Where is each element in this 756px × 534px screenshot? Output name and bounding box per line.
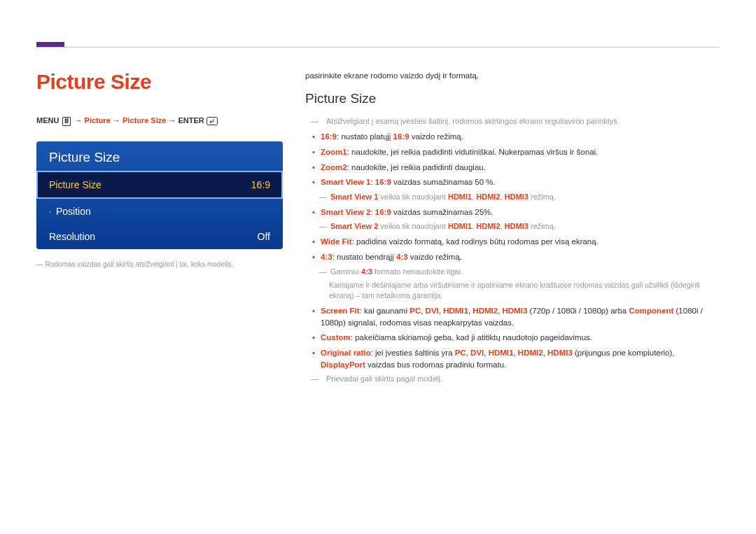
bc-arrow: → xyxy=(75,116,83,125)
list-item: Smart View 2: 16:9 vaizdas sumažinamas 2… xyxy=(305,206,720,218)
osd-row-value: 16:9 xyxy=(251,179,270,190)
option-list: Wide Fit: padidina vaizdo formatą, kad r… xyxy=(305,236,720,262)
sub-note: Smart View 1 veikia tik naudojant HDMI1,… xyxy=(305,192,720,203)
left-footnote: Rodomas vaizdas gali skirtis atsižvelgia… xyxy=(36,260,283,268)
osd-row-label: ·Position xyxy=(49,206,91,217)
bc-arrow2: → xyxy=(113,116,120,125)
list-item: Wide Fit: padidina vaizdo formatą, kad r… xyxy=(305,236,720,248)
list-item: Zoom2: naudokite, jei reikia padidinti d… xyxy=(305,162,720,174)
option-list: 16:9: nustato platųjį 16:9 vaizdo režimą… xyxy=(305,131,720,188)
option-list: Smart View 2: 16:9 vaizdas sumažinamas 2… xyxy=(305,206,720,218)
list-item: Screen Fit: kai gaunami PC, DVI, HDMI1, … xyxy=(305,305,720,328)
svg-rect-0 xyxy=(206,118,217,125)
list-item: 4:3: nustato bendrąjį 4:3 vaizdo režimą. xyxy=(305,251,720,263)
osd-row-label: Picture Size xyxy=(49,179,102,190)
option-list: Screen Fit: kai gaunami PC, DVI, HDMI1, … xyxy=(305,305,720,370)
header-rule xyxy=(36,47,720,48)
enter-icon xyxy=(206,117,218,125)
page-title: Picture Size xyxy=(36,70,283,94)
list-item: Original ratio: jei įvesties šaltinis yr… xyxy=(305,347,720,370)
osd-row-position[interactable]: ·Position xyxy=(36,199,283,224)
osd-title: Picture Size xyxy=(36,141,283,171)
bc-picture-size: Picture Size xyxy=(122,116,166,125)
sub-note: Gaminio 4:3 formato nenaudokite ilgai. xyxy=(305,267,720,278)
osd-row-label: Resolution xyxy=(49,231,95,242)
osd-row-value: Off xyxy=(258,231,270,242)
menu-icon: Ⅲ xyxy=(62,117,71,126)
breadcrumb: MENU Ⅲ → Picture → Picture Size → ENTER xyxy=(36,116,283,126)
bc-picture: Picture xyxy=(85,116,111,125)
list-item: Custom: pakeičiama skiriamoji geba, kad … xyxy=(305,332,720,344)
intro-text: pasirinkite ekrane rodomo vaizdo dydį ir… xyxy=(305,70,720,82)
list-item: Smart View 1: 16:9 vaizdas sumažinamas 5… xyxy=(305,176,720,188)
note-top: Atsižvelgiant į esamą įvesties šaltinį, … xyxy=(311,116,720,127)
osd-row-picture-size[interactable]: Picture Size 16:9 xyxy=(36,171,283,199)
list-item: Zoom1: naudokite, jei reikia padidinti v… xyxy=(305,146,720,158)
sub-block: Kairiajame ir dešiniajame arba viršutini… xyxy=(305,280,720,301)
osd-panel: Picture Size Picture Size 16:9 ·Position… xyxy=(36,141,283,249)
section-title: Picture Size xyxy=(305,89,720,108)
bc-menu: MENU xyxy=(36,116,59,125)
bc-enter: ENTER xyxy=(178,116,204,125)
list-item: 16:9: nustato platųjį 16:9 vaizdo režimą… xyxy=(305,131,720,143)
sub-note: Smart View 2 veikia tik naudojant HDMI1,… xyxy=(305,221,720,232)
osd-row-resolution[interactable]: Resolution Off xyxy=(36,224,283,249)
bc-arrow3: → xyxy=(168,116,176,125)
note-bottom: Prievadai gali skirtis pagal modelį. xyxy=(311,374,720,385)
